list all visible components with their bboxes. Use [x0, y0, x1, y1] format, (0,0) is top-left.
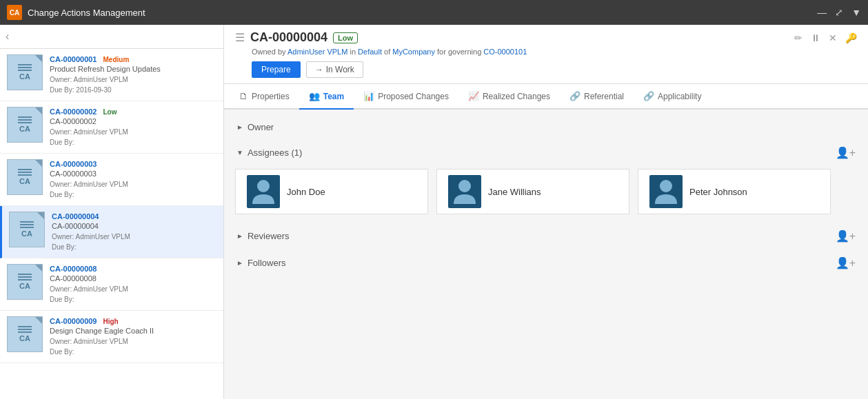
item-id[interactable]: CA-00000009 [50, 317, 97, 325]
tab-referential[interactable]: 🔗Referential [560, 84, 634, 110]
item-description: CA-00000003 [50, 170, 216, 178]
content-header-top: ☰ CA-00000004 Low ✏ ⏸ ✕ 🔑 [235, 30, 857, 45]
item-id[interactable]: CA-00000001 [50, 55, 97, 63]
ca-icon: CA [7, 316, 43, 352]
app-menu-icon[interactable]: ▼ [851, 7, 861, 18]
reviewers-expand-icon: ► [236, 232, 243, 240]
followers-section-title: Followers [248, 258, 286, 268]
priority-badge: Medium [100, 55, 133, 64]
tab-realized-changes[interactable]: 📈Realized Changes [458, 84, 560, 110]
content-area: ☰ CA-00000004 Low ✏ ⏸ ✕ 🔑 Owned by Admin… [224, 25, 868, 399]
item-description: Design Change Eagle Coach II [50, 327, 216, 335]
pause-icon[interactable]: ⏸ [811, 32, 820, 43]
add-follower-icon[interactable]: 👤+ [836, 256, 856, 269]
person-card: Jane Willians [436, 169, 629, 214]
tab-properties[interactable]: 🗋Properties [230, 84, 299, 110]
item-owner: Owner: AdminUser VPLMDue By: [50, 179, 216, 200]
owner-section: ► Owner [235, 118, 857, 136]
sidebar-item[interactable]: CA CA-00000004 CA-00000004 Owner: AdminU… [0, 206, 223, 258]
owner-section-title: Owner [248, 122, 274, 132]
content-header: ☰ CA-00000004 Low ✏ ⏸ ✕ 🔑 Owned by Admin… [224, 25, 868, 84]
person-avatar [448, 175, 481, 208]
close-icon[interactable]: ✕ [829, 32, 837, 43]
edit-icon[interactable]: ✏ [794, 32, 803, 43]
tab-icon: 👥 [309, 91, 320, 101]
reviewers-section: ► Reviewers 👤+ [235, 225, 857, 247]
item-owner: Owner: AdminUser VPLMDue By: [52, 232, 216, 252]
assignees-section-header[interactable]: ▼ Assignees (1) 👤+ [235, 142, 857, 163]
svg-point-2 [660, 180, 672, 192]
sidebar-item[interactable]: CA CA-00000001Medium Product Refresh Des… [0, 49, 223, 101]
item-id[interactable]: CA-00000002 [50, 108, 97, 116]
reviewers-section-header[interactable]: ► Reviewers 👤+ [235, 225, 857, 247]
main-layout: ‹ CA CA-00000001Medium Product Refresh D… [0, 25, 868, 399]
tab-applicability[interactable]: 🔗Applicability [634, 84, 711, 110]
ca-icon: CA [7, 107, 43, 143]
company-link[interactable]: MyCompany [392, 48, 435, 56]
priority-badge: Low [100, 108, 121, 116]
app-header-left: CA Change Actions Management [7, 5, 145, 20]
content-subtitle: Owned by AdminUser VPLM in Default of My… [252, 48, 857, 56]
item-content: CA-00000003 CA-00000003 Owner: AdminUser… [50, 159, 216, 200]
sidebar-item[interactable]: CA CA-00000009High Design Change Eagle C… [0, 311, 223, 363]
owner-section-header[interactable]: ► Owner [235, 118, 857, 136]
person-name: Jane Willians [488, 187, 541, 197]
add-assignee-icon[interactable]: 👤+ [836, 146, 856, 159]
sidebar: ‹ CA CA-00000001Medium Product Refresh D… [0, 25, 224, 399]
svg-point-1 [458, 180, 471, 192]
minimize-icon[interactable]: — [817, 7, 827, 18]
sidebar-item[interactable]: CA CA-00000008 CA-00000008 Owner: AdminU… [0, 258, 223, 311]
add-reviewer-icon[interactable]: 👤+ [836, 229, 856, 243]
governing-label: for governing [435, 48, 483, 56]
maximize-icon[interactable]: ⤢ [835, 7, 843, 18]
tabs-bar: 🗋Properties👥Team📊Proposed Changes📈Realiz… [224, 84, 868, 110]
item-description: Product Refresh Design Updates [50, 65, 216, 73]
item-content: CA-00000009High Design Change Eagle Coac… [50, 316, 216, 357]
owner-link[interactable]: AdminUser VPLM [287, 48, 347, 56]
item-id[interactable]: CA-00000003 [50, 160, 97, 168]
sidebar-item[interactable]: CA CA-00000003 CA-00000003 Owner: AdminU… [0, 154, 223, 206]
key-icon[interactable]: 🔑 [845, 32, 857, 43]
context-link[interactable]: Default [358, 48, 382, 56]
tab-label: Applicability [658, 92, 701, 101]
in-label: in [347, 48, 358, 56]
person-name: Peter Johnson [689, 187, 747, 197]
tab-icon: 📊 [363, 91, 374, 101]
item-owner: Owner: AdminUser VPLMDue By: [50, 127, 216, 147]
item-content: CA-00000008 CA-00000008 Owner: AdminUser… [50, 264, 216, 305]
item-description: CA-00000008 [50, 274, 216, 283]
prepare-button[interactable]: Prepare [252, 61, 301, 78]
tab-team[interactable]: 👥Team [299, 84, 354, 110]
priority-badge: Low [333, 32, 358, 43]
followers-section-header[interactable]: ► Followers 👤+ [235, 252, 857, 274]
in-work-button[interactable]: → In Work [306, 61, 363, 78]
item-id[interactable]: CA-00000004 [52, 212, 99, 221]
reviewers-section-title: Reviewers [248, 231, 290, 241]
item-id[interactable]: CA-00000008 [50, 265, 97, 273]
co-link[interactable]: CO-0000101 [483, 48, 527, 56]
assignees-header-left: ▼ Assignees (1) [236, 147, 302, 158]
tab-label: Properties [252, 92, 290, 101]
app-title: Change Actions Management [28, 8, 145, 18]
record-menu-icon[interactable]: ☰ [235, 31, 245, 44]
item-owner: Owner: AdminUser VPLMDue By: [50, 284, 216, 305]
person-name: John Doe [287, 187, 325, 197]
owned-by-label: Owned by [252, 48, 287, 56]
ca-icon: CA [7, 264, 43, 300]
sidebar-nav: ‹ [0, 25, 223, 49]
reviewers-header-left: ► Reviewers [236, 231, 290, 241]
content-body: ► Owner ▼ Assignees (1) 👤+ Jo [224, 110, 868, 399]
item-owner: Owner: AdminUser VPLMDue By: 2016-09-30 [50, 74, 216, 95]
sidebar-item[interactable]: CA CA-00000002Low CA-00000002 Owner: Adm… [0, 101, 223, 154]
item-description: CA-00000004 [52, 222, 216, 230]
tab-icon: 🔗 [569, 91, 581, 101]
in-work-label: In Work [326, 65, 354, 74]
tab-icon: 📈 [468, 91, 479, 101]
app-logo: CA [7, 5, 22, 20]
tab-icon: 🗋 [239, 91, 248, 101]
tab-proposed-changes[interactable]: 📊Proposed Changes [354, 84, 458, 110]
tab-label: Proposed Changes [378, 92, 449, 101]
item-description: CA-00000002 [50, 117, 216, 125]
followers-section: ► Followers 👤+ [235, 252, 857, 274]
nav-back-icon[interactable]: ‹ [6, 30, 9, 43]
